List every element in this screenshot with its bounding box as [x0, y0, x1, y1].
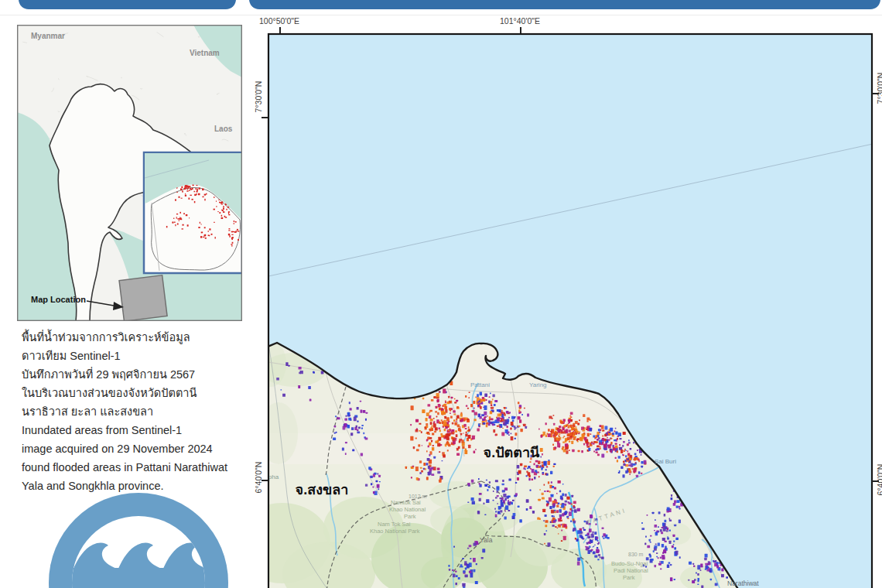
basemap-label: Nam Tok Sai: [378, 521, 411, 528]
lon-label-top-left: 100°50'0"E: [259, 16, 299, 26]
basemap-label: 830 m: [628, 552, 644, 557]
basemap-label: Khao National Park: [370, 528, 420, 535]
basemap-label: Yaring: [529, 381, 547, 388]
country-label-vietnam: Vietnam: [190, 49, 220, 57]
lat-label-right-upper: 7°30'0"N: [876, 73, 882, 104]
basemap-label: Yala: [480, 536, 493, 544]
basemap-label: Park: [404, 513, 416, 520]
right-header-bar: [249, 0, 880, 9]
lon-tick-left: [279, 27, 281, 33]
lat-label-left-lower: 6°40'0"N: [254, 462, 263, 494]
province-label-pattani: จ.ปัตตานี: [484, 441, 540, 463]
lon-tick-right: [520, 27, 521, 33]
lat-tick-right-upper: [872, 93, 879, 94]
basemap-label: Park: [623, 574, 635, 581]
country-label-myanmar: Myanmar: [31, 32, 65, 40]
desc-line-thai-3: บันทึกภาพวันที่ 29 พฤศจิกายน 2567: [22, 365, 269, 384]
lat-tick-left-lower: [262, 480, 268, 481]
country-label-laos: Laos: [214, 125, 232, 133]
desc-line-en-1: Inundated areas from Sentinel-1: [22, 421, 269, 439]
basemap-label: Budo-Su-Ngai: [611, 560, 648, 567]
desc-line-en-3: found flooded areas in Pattani Narathiwa…: [22, 458, 269, 477]
header-divider: [0, 15, 882, 15]
flood-map-report: Myanmar Vietnam Laos Map Location พื้นที…: [0, 0, 882, 588]
map-canvas: PattaniYaringSai BuriNarathiwatYalaTheph…: [263, 29, 882, 588]
basemap-label: Pattani: [470, 381, 490, 388]
left-header-bar: [19, 0, 236, 9]
lat-label-left-upper: 7°30'0"N: [254, 81, 263, 113]
main-flood-map: PattaniYaringSai BuriNarathiwatYalaTheph…: [263, 29, 882, 588]
description-text: พื้นที่น้ำท่วมจากการวิเคราะห์ข้อมูล ดาวเ…: [22, 328, 269, 495]
basemap-label: 1012 m: [409, 494, 427, 499]
thailand-overview-map: [17, 25, 242, 321]
basemap-label: Khao National: [389, 506, 426, 513]
lon-label-top-right: 101°40'0"E: [500, 16, 540, 26]
map-location-footprint: [119, 275, 167, 321]
basemap-label: Sai Buri: [655, 458, 676, 465]
desc-line-thai-1: พื้นที่น้ำท่วมจากการวิเคราะห์ข้อมูล: [22, 328, 269, 347]
logo-waves: [68, 542, 210, 588]
desc-line-thai-5: นราธิวาส ยะลา และสงขลา: [22, 402, 269, 421]
desc-line-en-2: image acquired on 29 November 2024: [22, 439, 269, 458]
map-location-label: Map Location: [31, 295, 86, 304]
lat-label-right-lower: 6°40'0"N: [876, 464, 882, 496]
lat-tick-left-upper: [262, 117, 268, 118]
basemap-label: Narathiwat: [727, 579, 759, 587]
basemap-label: Padi National: [614, 567, 648, 574]
desc-line-thai-2: ดาวเทียม Sentinel-1: [22, 347, 269, 365]
basemap-label: Namtok Sai: [391, 499, 421, 506]
province-label-songkhla: จ.สงขลา: [296, 478, 349, 501]
desc-line-thai-4: ในบริเวณบางส่วนของจังหวัดปัตตานี: [22, 384, 269, 402]
org-wave-logo: [49, 493, 228, 588]
lat-tick-right-lower: [872, 480, 879, 482]
